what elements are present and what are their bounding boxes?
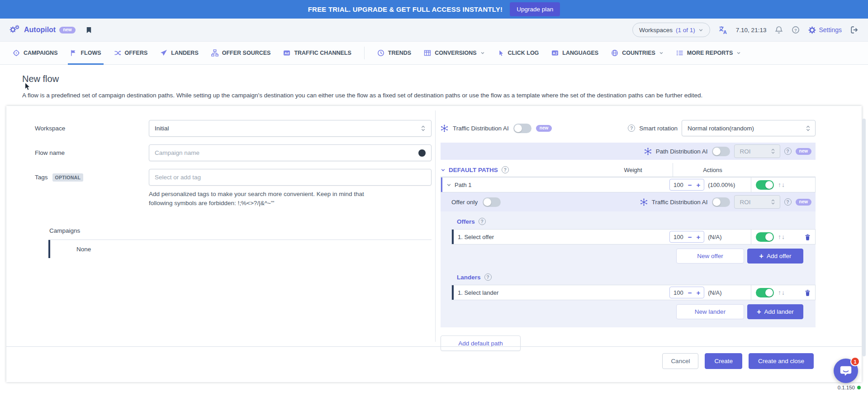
tab-traffic-channels[interactable]: TRAFFIC CHANNELS — [283, 42, 351, 64]
brand-new-badge: new — [59, 27, 75, 34]
translate-icon[interactable] — [719, 26, 727, 34]
tab-languages[interactable]: LANGUAGES — [551, 42, 598, 64]
offer-row: 1. Select offer 100 − + (N/A) ↑↓ — [451, 229, 816, 244]
new-lander-button[interactable]: New lander — [676, 304, 744, 319]
default-paths-toggle[interactable]: DEFAULT PATHS — [441, 167, 498, 173]
flow-color-picker[interactable] — [418, 149, 426, 157]
tab-campaigns[interactable]: CAMPAIGNS — [13, 42, 57, 64]
add-offer-button[interactable]: + Add offer — [747, 249, 803, 264]
workspace-value: Initial — [155, 125, 169, 132]
tab-landers[interactable]: LANDERS — [160, 42, 198, 64]
tab-flows[interactable]: FLOWS — [70, 42, 101, 64]
traffic-distribution-row: Traffic Distribution AI new ? Smart rota… — [441, 120, 816, 136]
create-and-close-button[interactable]: Create and close — [749, 353, 814, 369]
flag-icon — [70, 49, 77, 57]
minus-button[interactable]: − — [688, 182, 692, 188]
chevron-down-icon[interactable] — [446, 182, 451, 187]
logout-icon[interactable] — [850, 26, 859, 34]
new-badge: new — [796, 199, 811, 206]
move-up-down-arrows[interactable]: ↑↓ — [778, 289, 785, 296]
minus-button[interactable]: − — [688, 289, 692, 296]
help-icon[interactable]: ? — [479, 218, 486, 225]
tab-countries[interactable]: COUNTRIES — [611, 42, 664, 64]
settings-label: Settings — [819, 26, 842, 34]
chat-launcher[interactable]: 1 — [834, 359, 858, 383]
workspaces-selector[interactable]: Workspaces (1 of 1) — [632, 23, 710, 37]
header-datetime: 7.10, 21:13 — [736, 27, 767, 34]
tab-click-log[interactable]: CLICK LOG — [498, 42, 539, 64]
traffic-ai-metric-select[interactable]: ROI — [734, 195, 780, 209]
tags-input[interactable] — [155, 174, 426, 181]
offer-weight-input[interactable]: 100 − + — [669, 231, 704, 243]
lander-select-label[interactable]: 1. Select lander — [458, 289, 498, 296]
tab-conversions[interactable]: CONVERSIONS — [424, 42, 484, 64]
panel-scrollbar[interactable] — [862, 119, 866, 356]
offer-select-label[interactable]: 1. Select offer — [458, 234, 494, 240]
help-icon[interactable]: ? — [784, 198, 792, 206]
ai-icon — [640, 198, 648, 206]
offer-enabled-toggle[interactable] — [756, 232, 774, 242]
offer-only-toggle[interactable] — [483, 197, 501, 207]
flow-form: Workspace Initial Flow name Tags OPTIONA… — [6, 106, 435, 346]
campaigns-section: Campaigns None — [35, 227, 435, 258]
help-circle-icon[interactable] — [792, 26, 800, 34]
plus-button[interactable]: + — [696, 182, 700, 188]
offer-only-label: Offer only — [451, 199, 478, 206]
path-weight-percent: (100.00%) — [708, 182, 735, 188]
settings-button[interactable]: Settings — [808, 26, 842, 34]
bookmark-icon[interactable] — [85, 26, 92, 34]
smart-rotation-select[interactable]: Normal rotation(random) — [682, 120, 816, 136]
help-icon[interactable]: ? — [502, 166, 509, 173]
cancel-button[interactable]: Cancel — [662, 353, 698, 369]
flow-editor-card: Workspace Initial Flow name Tags OPTIONA… — [6, 106, 862, 382]
path-body: Offer only Traffic Distribution AI ROI ?… — [441, 192, 816, 327]
landers-section-header: Landers ? — [457, 273, 816, 281]
ai-icon — [441, 125, 448, 132]
tab-more-reports[interactable]: MORE REPORTS — [676, 42, 741, 64]
path-ai-label: Path Distribution AI — [656, 148, 708, 155]
tab-trends[interactable]: TRENDS — [377, 42, 411, 64]
lander-weight-input[interactable]: 100 − + — [669, 287, 704, 298]
minus-button[interactable]: − — [688, 234, 692, 240]
move-up-down-arrows[interactable]: ↑↓ — [778, 181, 785, 188]
ad-icon — [283, 49, 290, 57]
tab-offer-sources[interactable]: OFFER SOURCES — [211, 42, 271, 64]
workspace-select[interactable]: Initial — [149, 120, 432, 137]
workspace-label: Workspace — [35, 125, 149, 132]
plus-button[interactable]: + — [696, 289, 700, 296]
offer-row-bar — [452, 230, 454, 244]
language-icon — [551, 49, 559, 57]
notifications-bell-icon[interactable] — [775, 26, 783, 34]
move-up-down-arrows[interactable]: ↑↓ — [778, 233, 785, 240]
new-offer-button[interactable]: New offer — [676, 249, 744, 264]
help-icon[interactable]: ? — [484, 273, 492, 281]
autopilot-brand[interactable]: Autopilot new — [9, 25, 76, 35]
flow-name-label: Flow name — [35, 149, 149, 156]
path-traffic-ai-toggle[interactable] — [712, 197, 730, 207]
status-dot — [857, 386, 861, 389]
plus-button[interactable]: + — [696, 234, 700, 240]
add-lander-button[interactable]: + Add lander — [747, 304, 803, 319]
upgrade-plan-button[interactable]: Upgrade plan — [510, 2, 560, 16]
traffic-ai-toggle[interactable] — [513, 124, 531, 133]
lander-enabled-toggle[interactable] — [756, 288, 774, 297]
trash-icon[interactable] — [804, 234, 811, 240]
sitemap-icon — [211, 49, 218, 57]
new-badge: new — [536, 125, 552, 132]
smart-rotation-label: Smart rotation — [639, 125, 678, 132]
help-icon[interactable]: ? — [784, 148, 792, 155]
path-row: Path 1 100 − + (100.00%) ↑↓ — [441, 177, 816, 192]
flow-name-input[interactable] — [155, 149, 418, 156]
trash-icon[interactable] — [804, 289, 811, 296]
create-button[interactable]: Create — [705, 353, 742, 369]
clock-icon — [377, 49, 384, 57]
help-icon[interactable]: ? — [628, 125, 635, 132]
tab-offers[interactable]: OFFERS — [114, 42, 148, 64]
smart-rotation-value: Normal rotation(random) — [688, 125, 754, 132]
path-enabled-toggle[interactable] — [756, 180, 774, 190]
paper-plane-icon — [160, 49, 167, 57]
lander-row: 1. Select lander 100 − + (N/A) ↑↓ — [451, 285, 816, 300]
path-ai-metric-select[interactable]: ROI — [734, 144, 780, 158]
path-ai-toggle[interactable] — [712, 147, 730, 156]
path-weight-input[interactable]: 100 − + — [669, 179, 704, 191]
